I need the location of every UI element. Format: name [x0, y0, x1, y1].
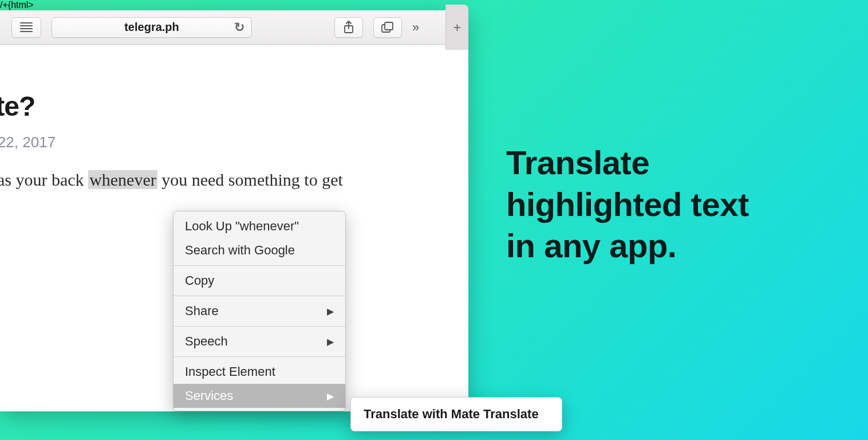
share-icon [343, 21, 354, 34]
submenu-translate-mate[interactable]: Translate with Mate Translate [351, 402, 562, 427]
page-title-fragment: ite? [0, 91, 468, 122]
svg-rect-2 [385, 22, 393, 30]
page-date-fragment: r 22, 2017 [0, 133, 468, 151]
address-bar[interactable]: telegra.ph ↻ [52, 17, 252, 38]
context-menu: Look Up "whenever" Search with Google Co… [173, 211, 346, 411]
ctx-separator [173, 265, 345, 266]
ctx-separator [173, 296, 345, 296]
new-tab-button[interactable]: + [445, 5, 468, 50]
ctx-speech[interactable]: Speech ▶ [173, 329, 345, 353]
refresh-icon[interactable]: ↻ [234, 20, 244, 35]
body-suffix: you need something to get [157, 170, 343, 189]
ctx-separator [173, 326, 345, 327]
ctx-lookup[interactable]: Look Up "whenever" [173, 214, 345, 238]
address-text: telegra.ph [124, 21, 179, 34]
promo-headline: Translate highlighted text in any app. [506, 142, 749, 267]
ctx-copy[interactable]: Copy [173, 269, 345, 293]
share-button[interactable] [334, 17, 363, 38]
chevron-right-icon: ▶ [327, 391, 334, 402]
tabs-overview-button[interactable] [373, 17, 402, 38]
browser-toolbar: telegra.ph ↻ » + [0, 10, 468, 45]
headline-line3: in any app. [506, 225, 749, 267]
highlighted-word[interactable]: whenever [88, 170, 157, 189]
headline-line1: Translate [506, 142, 749, 184]
headline-line2: highlighted text [506, 184, 749, 226]
chevron-right-icon: ▶ [327, 336, 334, 347]
services-submenu: Translate with Mate Translate [350, 397, 562, 431]
page-body-text[interactable]: nas your back whenever you need somethin… [0, 168, 468, 192]
ctx-services[interactable]: Services ▶ [173, 384, 345, 408]
ctx-inspect-element[interactable]: Inspect Element [173, 360, 345, 384]
ctx-separator [173, 356, 345, 357]
toolbar-overflow-button[interactable]: » [412, 20, 433, 35]
reader-view-button[interactable] [11, 17, 41, 38]
chevron-right-icon: ▶ [327, 306, 334, 317]
ctx-share[interactable]: Share ▶ [173, 299, 345, 323]
reader-lines-icon [20, 22, 33, 32]
body-prefix: nas your back [0, 170, 88, 189]
ctx-search-google[interactable]: Search with Google [173, 238, 345, 262]
tabs-icon [381, 22, 394, 33]
